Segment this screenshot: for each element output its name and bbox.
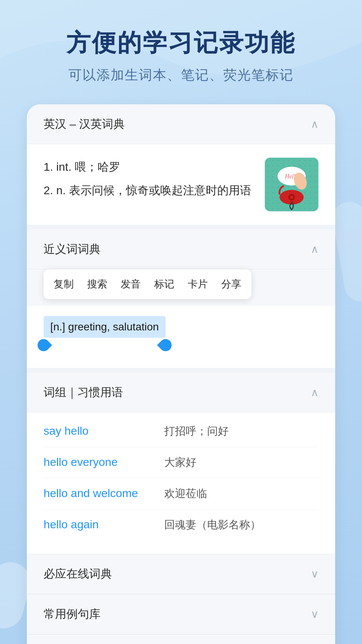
hello-image: Hello [265, 158, 318, 211]
synonym-title: 近义词词典 [44, 241, 101, 257]
main-title: 方便的学习记录功能 [66, 27, 296, 59]
phrase-english-1: say hello [44, 424, 158, 437]
phrase-english-4: hello again [44, 518, 158, 531]
synonym-content: [n.] greeting, salutation [27, 306, 335, 368]
english-chinese-title: 英汉 – 汉英词典 [44, 116, 125, 132]
audio-sentences-section: 听力原声例句 + [27, 634, 335, 644]
online-dict-section: 必应在线词典 ∨ [27, 554, 335, 594]
synonym-section: 近义词词典 ∧ 复制 搜索 发音 标记 卡片 分享 [n.] greeting,… [27, 229, 335, 368]
def-type-1: int. [56, 160, 75, 173]
context-menu: 复制 搜索 发音 标记 卡片 分享 [44, 269, 251, 299]
example-sentences-section: 常用例句库 ∨ [27, 594, 335, 634]
def-type-2: n. [56, 184, 69, 197]
context-search[interactable]: 搜索 [87, 277, 107, 291]
sub-title: 可以添加生词本、笔记、荧光笔标记 [66, 66, 296, 84]
def-index-1: 1. [44, 160, 56, 173]
context-pronounce[interactable]: 发音 [121, 277, 141, 291]
context-card[interactable]: 卡片 [188, 277, 208, 291]
phrase-item-1[interactable]: say hello 打招呼；问好 [44, 416, 318, 447]
phrase-item-2[interactable]: hello everyone 大家好 [44, 447, 318, 478]
phrases-title: 词组｜习惯用语 [44, 385, 123, 400]
phrase-item-3[interactable]: hello and welcome 欢迎莅临 [44, 478, 318, 509]
def-text-1: 喂；哈罗 [75, 160, 120, 173]
synonym-text[interactable]: [n.] greeting, salutation [44, 316, 166, 338]
selection-handle-right [157, 337, 174, 354]
main-card: 英汉 – 汉英词典 ∧ 1. int. 喂；哈罗 2. n. 表示问候，惊奇或唤… [27, 104, 335, 644]
selection-handle-left [35, 337, 52, 354]
dict-def-1: 1. int. 喂；哈罗 [44, 158, 258, 176]
phrase-chinese-4: 回魂妻（电影名称） [164, 518, 261, 532]
online-dict-chevron-icon: ∨ [311, 568, 318, 580]
svg-point-9 [290, 196, 293, 199]
synonym-chevron-icon: ∧ [311, 243, 318, 256]
header-section: 方便的学习记录功能 可以添加生词本、笔记、荧光笔标记 [46, 27, 316, 84]
phrase-english-2: hello everyone [44, 455, 158, 469]
phrase-list: say hello 打招呼；问好 hello everyone 大家好 hell… [27, 413, 335, 554]
audio-sentences-header[interactable]: 听力原声例句 + [27, 635, 335, 644]
context-mark[interactable]: 标记 [154, 277, 174, 291]
phrases-header[interactable]: 词组｜习惯用语 ∧ [27, 373, 335, 413]
phrase-english-3: hello and welcome [44, 487, 158, 500]
def-index-2: 2. [44, 184, 56, 197]
def-text-2: 表示问候，惊奇或唤起注意时的用语 [69, 184, 251, 197]
dict-def-2: 2. n. 表示问候，惊奇或唤起注意时的用语 [44, 181, 258, 199]
example-sentences-title: 常用例句库 [44, 606, 101, 622]
example-sentences-header[interactable]: 常用例句库 ∨ [27, 594, 335, 634]
context-share[interactable]: 分享 [221, 277, 241, 291]
example-sentences-chevron-icon: ∨ [311, 608, 318, 621]
context-copy[interactable]: 复制 [54, 277, 74, 291]
phrases-section: 词组｜习惯用语 ∧ say hello 打招呼；问好 hello everyon… [27, 368, 335, 554]
phrase-chinese-1: 打招呼；问好 [164, 424, 229, 439]
phrases-chevron-icon: ∧ [311, 386, 318, 399]
online-dict-header[interactable]: 必应在线词典 ∨ [27, 554, 335, 594]
phrase-chinese-2: 大家好 [164, 455, 196, 470]
english-chinese-header[interactable]: 英汉 – 汉英词典 ∧ [27, 104, 335, 144]
dict-entry-card: 1. int. 喂；哈罗 2. n. 表示问候，惊奇或唤起注意时的用语 [27, 144, 335, 229]
phrase-item-4[interactable]: hello again 回魂妻（电影名称） [44, 509, 318, 540]
dict-definitions: 1. int. 喂；哈罗 2. n. 表示问候，惊奇或唤起注意时的用语 [44, 158, 258, 205]
online-dict-title: 必应在线词典 [44, 566, 112, 582]
phrase-chinese-3: 欢迎莅临 [164, 486, 207, 501]
synonym-header[interactable]: 近义词词典 ∧ [27, 229, 335, 269]
chevron-up-icon: ∧ [311, 118, 318, 130]
